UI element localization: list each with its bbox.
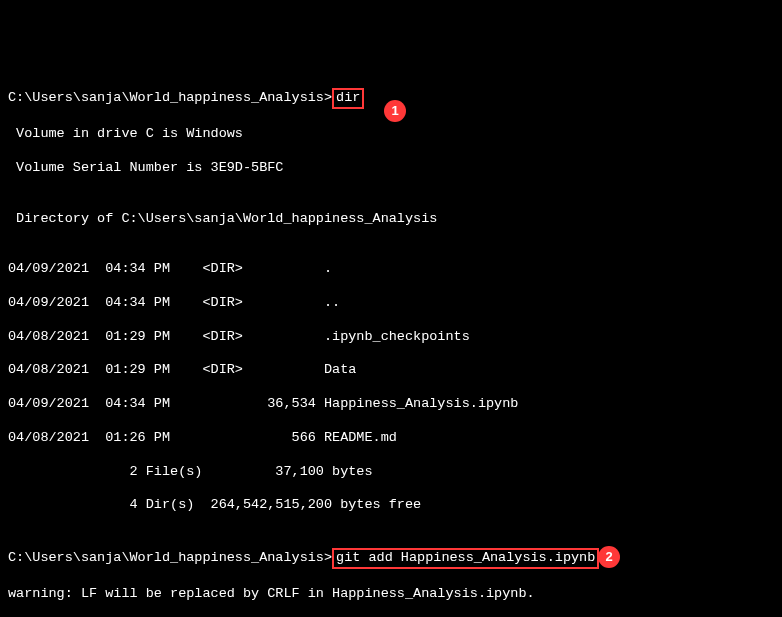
badge-1: 1 [384, 100, 406, 122]
output-line: Volume in drive C is Windows [8, 126, 774, 143]
output-line: Directory of C:\Users\sanja\World_happin… [8, 211, 774, 228]
highlight-1: dir [332, 88, 364, 109]
cmd-line-1[interactable]: C:\Users\sanja\World_happiness_Analysis>… [8, 88, 774, 109]
terminal-output: C:\Users\sanja\World_happiness_Analysis>… [8, 72, 774, 618]
dir-row: 04/08/2021 01:26 PM 566 README.md [8, 430, 774, 447]
dir-row: 04/09/2021 04:34 PM <DIR> . [8, 261, 774, 278]
cmd-text: git add Happiness_Analysis.ipynb [336, 550, 595, 565]
dir-row: 04/08/2021 01:29 PM <DIR> Data [8, 362, 774, 379]
output-line: warning: LF will be replaced by CRLF in … [8, 586, 774, 603]
highlight-2: git add Happiness_Analysis.ipynb [332, 548, 599, 569]
cmd-text: dir [336, 90, 360, 105]
dir-summary: 2 File(s) 37,100 bytes [8, 464, 774, 481]
dir-summary: 4 Dir(s) 264,542,515,200 bytes free [8, 497, 774, 514]
prompt-path: C:\Users\sanja\World_happiness_Analysis> [8, 550, 332, 565]
dir-row: 04/09/2021 04:34 PM 36,534 Happiness_Ana… [8, 396, 774, 413]
cmd-line-2[interactable]: C:\Users\sanja\World_happiness_Analysis>… [8, 548, 774, 569]
dir-row: 04/09/2021 04:34 PM <DIR> .. [8, 295, 774, 312]
prompt-path: C:\Users\sanja\World_happiness_Analysis> [8, 90, 332, 105]
output-line: Volume Serial Number is 3E9D-5BFC [8, 160, 774, 177]
dir-row: 04/08/2021 01:29 PM <DIR> .ipynb_checkpo… [8, 329, 774, 346]
badge-2: 2 [598, 546, 620, 568]
